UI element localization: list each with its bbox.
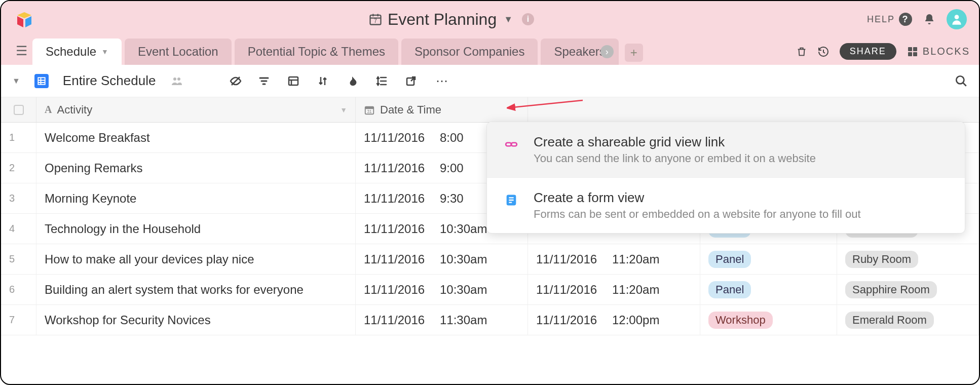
tab-label: Event Location <box>138 45 218 59</box>
cell-start-datetime[interactable]: 11/11/201610:30am <box>356 275 528 304</box>
date-field-icon: 31 <box>364 104 375 115</box>
search-icon[interactable] <box>955 74 968 88</box>
popup-option-title: Create a form view <box>534 190 861 206</box>
app-logo[interactable] <box>13 8 35 30</box>
cell-activity[interactable]: Opening Remarks <box>36 153 356 183</box>
more-options-icon[interactable]: ⋯ <box>434 74 449 88</box>
table-header-row: A Activity ▼ 31 Date & Time <box>1 97 979 123</box>
share-view-icon[interactable] <box>405 75 420 87</box>
popup-option-shareable-link[interactable]: Create a shareable grid view link You ca… <box>487 122 965 178</box>
cell-activity[interactable]: How to make all your devices play nice <box>36 244 356 274</box>
filter-icon[interactable] <box>258 75 273 87</box>
row-number: 7 <box>1 305 36 335</box>
app-header: 7 Event Planning ▼ i HELP ? <box>1 1 979 37</box>
cell-room[interactable]: Emerald Room <box>837 305 979 335</box>
select-all-checkbox[interactable] <box>1 97 36 122</box>
row-height-icon[interactable] <box>375 75 391 87</box>
cell-end-datetime[interactable]: 11/11/201612:00pm <box>528 305 700 335</box>
sidebar-toggle-icon[interactable]: ☰ <box>10 43 32 65</box>
blocks-label: BLOCKS <box>923 46 970 57</box>
calendar-icon: 7 <box>368 12 383 26</box>
svg-text:31: 31 <box>367 109 372 113</box>
color-icon[interactable] <box>346 75 361 87</box>
cell-type[interactable]: Panel <box>700 275 837 304</box>
cell-activity[interactable]: Technology in the Household <box>36 214 356 244</box>
blocks-button[interactable]: BLOCKS <box>907 46 970 58</box>
svg-point-31 <box>956 76 964 84</box>
view-collapse-caret[interactable]: ▼ <box>12 76 20 86</box>
column-header-datetime[interactable]: 31 Date & Time <box>356 97 528 122</box>
help-label: HELP <box>867 14 895 25</box>
tab-schedule[interactable]: Schedule ▼ <box>32 38 122 65</box>
tab-caret-icon[interactable]: ▼ <box>101 48 108 56</box>
help-button[interactable]: HELP ? <box>867 13 912 26</box>
svg-rect-38 <box>511 143 517 146</box>
svg-rect-12 <box>913 52 917 56</box>
column-header-activity[interactable]: A Activity ▼ <box>36 97 356 122</box>
tab-label: Potential Topic & Themes <box>248 45 385 59</box>
cell-type[interactable]: Panel <box>700 244 837 274</box>
hide-fields-icon[interactable] <box>229 75 244 87</box>
svg-rect-9 <box>908 47 912 51</box>
svg-rect-11 <box>908 52 912 56</box>
cell-room[interactable]: Ruby Room <box>837 244 979 274</box>
svg-marker-1 <box>17 16 23 27</box>
row-number: 5 <box>1 244 36 274</box>
notifications-icon[interactable] <box>923 13 935 25</box>
column-label: Activity <box>57 103 92 117</box>
help-icon: ? <box>899 13 912 26</box>
popup-option-desc: You can send the link to anyone or embed… <box>534 152 816 165</box>
table-tab-bar: ☰ Schedule ▼ Event Location Potential To… <box>1 37 979 65</box>
type-tag: Panel <box>708 251 751 268</box>
table-row[interactable]: 7Workshop for Security Novices11/11/2016… <box>1 305 979 335</box>
add-table-button[interactable]: + <box>625 44 643 62</box>
cell-type[interactable]: Workshop <box>700 305 837 335</box>
table-row[interactable]: 5How to make all your devices play nice1… <box>1 244 979 275</box>
tab-event-location[interactable]: Event Location <box>125 38 232 65</box>
tab-scroll-right-icon[interactable]: › <box>600 45 614 58</box>
info-icon[interactable]: i <box>522 13 534 25</box>
svg-rect-13 <box>38 78 45 85</box>
svg-rect-37 <box>506 143 511 146</box>
share-button[interactable]: SHARE <box>840 43 896 60</box>
share-view-popup: Create a shareable grid view link You ca… <box>486 122 965 234</box>
room-tag: Emerald Room <box>845 312 934 329</box>
title-dropdown-caret[interactable]: ▼ <box>504 14 513 25</box>
room-tag: Sapphire Room <box>845 281 937 298</box>
type-tag: Panel <box>708 281 751 298</box>
row-number: 2 <box>1 153 36 183</box>
cell-start-datetime[interactable]: 11/11/201611:30am <box>356 305 528 335</box>
tab-potential-topic-themes[interactable]: Potential Topic & Themes <box>235 38 398 65</box>
trash-icon[interactable] <box>796 46 807 58</box>
cell-start-datetime[interactable]: 11/11/201610:30am <box>356 244 528 274</box>
row-number: 1 <box>1 123 36 152</box>
tab-sponsor-companies[interactable]: Sponsor Companies <box>401 38 538 65</box>
cell-end-datetime[interactable]: 11/11/201611:20am <box>528 244 700 274</box>
collaborators-icon[interactable] <box>170 75 185 87</box>
table-row[interactable]: 6Building an alert system that works for… <box>1 275 979 305</box>
sort-icon[interactable] <box>317 75 332 87</box>
base-title[interactable]: Event Planning <box>388 10 497 29</box>
popup-option-form-view[interactable]: Create a form view Forms can be sent or … <box>487 178 965 233</box>
history-icon[interactable] <box>817 46 830 58</box>
cell-room[interactable]: Sapphire Room <box>837 275 979 304</box>
tab-label: Sponsor Companies <box>414 45 524 59</box>
cell-activity[interactable]: Welcome Breakfast <box>36 123 356 152</box>
tab-label: Schedule <box>46 45 96 59</box>
row-number: 6 <box>1 275 36 304</box>
group-icon[interactable] <box>287 75 303 87</box>
text-field-icon: A <box>45 104 52 115</box>
svg-rect-10 <box>913 47 917 51</box>
view-name[interactable]: Entire Schedule <box>63 73 156 89</box>
svg-rect-34 <box>365 106 374 109</box>
popup-option-title: Create a shareable grid view link <box>534 134 816 150</box>
tab-speakers[interactable]: Speakers › <box>541 38 618 65</box>
user-avatar[interactable] <box>947 9 967 29</box>
cell-activity[interactable]: Workshop for Security Novices <box>36 305 356 335</box>
svg-text:7: 7 <box>374 18 377 24</box>
tab-label: Speakers <box>554 45 605 59</box>
cell-activity[interactable]: Morning Keynote <box>36 183 356 213</box>
cell-activity[interactable]: Building an alert system that works for … <box>36 275 356 304</box>
column-menu-caret[interactable]: ▼ <box>340 106 347 114</box>
cell-end-datetime[interactable]: 11/11/201611:20am <box>528 275 700 304</box>
